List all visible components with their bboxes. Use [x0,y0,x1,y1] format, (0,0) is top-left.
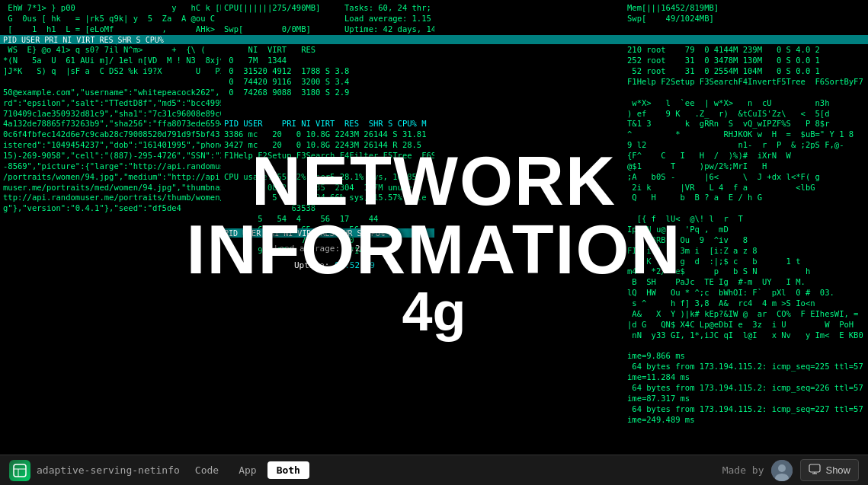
app-name-label: adaptive-serving-netinfo [37,464,180,476]
bottom-left-section: adaptive-serving-netinfo Code App Both [9,460,309,481]
right-terminal-panel: Mem[|||16452/819MB] Swp[ 49/1024MB] PID … [624,0,868,424]
app-icon-svg [13,464,27,477]
tab-group: Code App Both [186,461,309,479]
made-by-label: Made by [722,464,764,476]
bottom-right-section: Made by Show [722,459,859,481]
svg-rect-0 [14,464,26,477]
show-button[interactable]: Show [800,459,859,481]
bottom-bar: adaptive-serving-netinfo Code App Both M… [0,455,868,485]
htop-bar-mid: PID USER PRI NI VIRT RES SHR S CPU% M [221,228,434,238]
svg-rect-6 [809,464,820,472]
svg-point-4 [778,464,786,472]
load-average: Load average: 1.20 [274,244,365,254]
htop-bar-top: PID USER PRI NI VIRT RES SHR S CPU% [0,35,868,44]
left-terminal-panel: EhW 7*1> } p00 y hC k [h0 ( 9 z1 G 0us [… [0,0,221,424]
avatar [771,460,793,481]
tab-code[interactable]: Code [186,461,228,479]
terminal-background: EhW 7*1> } p00 y hC k [h0 ( 9 z1 G 0us [… [0,0,868,455]
tab-both[interactable]: Both [267,461,309,479]
tab-app[interactable]: App [229,461,265,479]
avatar-svg [771,460,793,481]
app-icon [9,460,30,481]
uptime-display: Uptime: 09:52:19 [290,259,380,272]
show-icon [809,463,821,477]
mid-terminal-panel: CPU[||||||275/490MB] Tasks: 60, 24 thr; … [221,0,434,424]
show-label: Show [825,464,850,476]
